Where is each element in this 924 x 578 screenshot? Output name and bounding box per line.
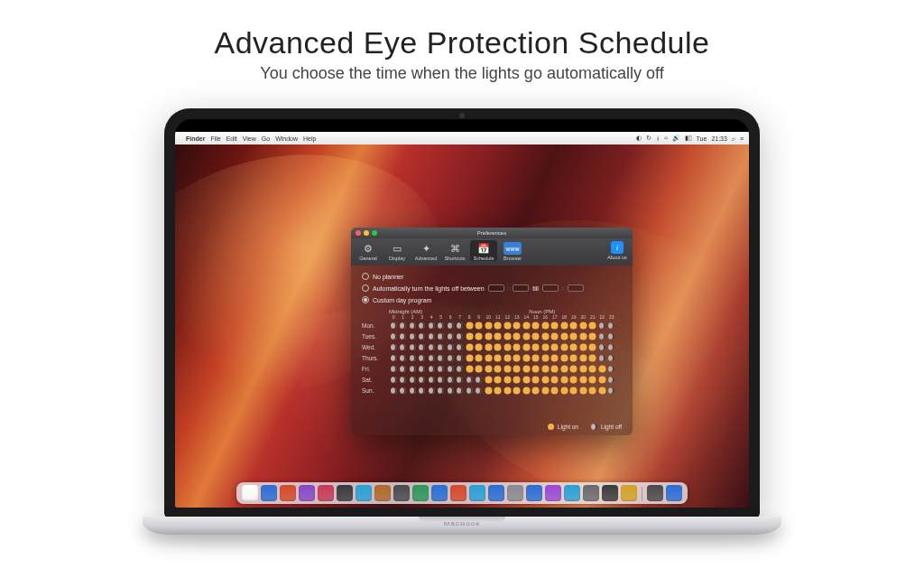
schedule-cell[interactable]: [607, 342, 617, 351]
time-from-field[interactable]: [488, 284, 504, 292]
schedule-cell[interactable]: [550, 364, 560, 373]
schedule-cell[interactable]: [408, 321, 418, 330]
schedule-cell[interactable]: [494, 386, 504, 395]
schedule-cell[interactable]: [559, 386, 569, 395]
schedule-cell[interactable]: [513, 353, 522, 362]
schedule-cell[interactable]: [541, 353, 550, 362]
schedule-cell[interactable]: [531, 364, 541, 373]
status-day[interactable]: Tue: [697, 135, 707, 142]
schedule-cell[interactable]: [494, 375, 504, 384]
schedule-cell[interactable]: [475, 342, 485, 351]
schedule-cell[interactable]: [541, 342, 550, 351]
schedule-cell[interactable]: [559, 375, 569, 384]
menu-edit[interactable]: Edit: [226, 135, 237, 142]
schedule-cell[interactable]: [597, 353, 607, 362]
schedule-cell[interactable]: [559, 331, 569, 340]
schedule-cell[interactable]: [503, 386, 513, 395]
schedule-cell[interactable]: [569, 386, 579, 395]
schedule-cell[interactable]: [456, 331, 466, 340]
schedule-cell[interactable]: [475, 375, 485, 384]
time-from-min-field[interactable]: [513, 284, 529, 292]
schedule-cell[interactable]: [389, 342, 399, 351]
schedule-cell[interactable]: [607, 321, 617, 330]
schedule-cell[interactable]: [513, 342, 522, 351]
dock-app[interactable]: [583, 485, 599, 501]
status-volume-icon[interactable]: 🔊: [672, 135, 680, 142]
schedule-cell[interactable]: [503, 321, 513, 330]
schedule-cell[interactable]: [418, 375, 428, 384]
dock-app[interactable]: [602, 485, 618, 501]
schedule-cell[interactable]: [494, 331, 504, 340]
schedule-cell[interactable]: [607, 375, 617, 384]
status-sync-icon[interactable]: ↻: [646, 135, 651, 142]
schedule-cell[interactable]: [408, 364, 418, 373]
schedule-cell[interactable]: [389, 353, 399, 362]
status-brightness-icon[interactable]: ◐: [636, 135, 642, 142]
schedule-cell[interactable]: [588, 375, 598, 384]
menu-file[interactable]: File: [210, 135, 220, 142]
about-button[interactable]: i About us: [605, 240, 629, 260]
schedule-cell[interactable]: [446, 331, 456, 340]
schedule-cell[interactable]: [569, 342, 579, 351]
notification-center-icon[interactable]: ≡: [740, 135, 744, 142]
option-auto-between[interactable]: Automatically turn the lights off betwee…: [362, 284, 622, 292]
menu-go[interactable]: Go: [262, 135, 270, 142]
status-bluetooth-icon[interactable]: ᚼ: [656, 135, 660, 142]
schedule-cell[interactable]: [418, 331, 428, 340]
dock-app[interactable]: [261, 485, 277, 501]
schedule-cell[interactable]: [578, 321, 588, 330]
schedule-cell[interactable]: [588, 331, 598, 340]
schedule-cell[interactable]: [531, 375, 541, 384]
window-titlebar[interactable]: Preferences: [351, 228, 633, 238]
schedule-cell[interactable]: [446, 364, 456, 373]
schedule-cell[interactable]: [408, 331, 418, 340]
schedule-cell[interactable]: [513, 321, 522, 330]
schedule-cell[interactable]: [465, 353, 475, 362]
schedule-cell[interactable]: [389, 321, 399, 330]
dock-app[interactable]: [450, 485, 467, 501]
schedule-cell[interactable]: [494, 321, 504, 330]
schedule-cell[interactable]: [607, 353, 617, 362]
menu-window[interactable]: Window: [275, 135, 298, 142]
schedule-cell[interactable]: [559, 342, 569, 351]
dock-app[interactable]: [356, 485, 372, 501]
schedule-cell[interactable]: [578, 386, 588, 395]
schedule-cell[interactable]: [465, 331, 475, 340]
schedule-cell[interactable]: [597, 342, 607, 351]
schedule-cell[interactable]: [531, 342, 541, 351]
dock-app[interactable]: [564, 485, 580, 501]
schedule-cell[interactable]: [399, 342, 409, 351]
schedule-cell[interactable]: [465, 364, 475, 373]
schedule-cell[interactable]: [559, 364, 569, 373]
dock-app[interactable]: [337, 485, 353, 501]
schedule-cell[interactable]: [475, 353, 485, 362]
schedule-cell[interactable]: [522, 353, 531, 362]
schedule-cell[interactable]: [531, 386, 541, 395]
time-to-min-field[interactable]: [568, 284, 584, 292]
schedule-cell[interactable]: [541, 386, 550, 395]
tab-browser[interactable]: www Browser: [499, 240, 526, 261]
dock-app[interactable]: [488, 485, 504, 501]
schedule-cell[interactable]: [408, 342, 418, 351]
schedule-cell[interactable]: [550, 375, 560, 384]
schedule-cell[interactable]: [597, 331, 607, 340]
menu-view[interactable]: View: [243, 135, 256, 142]
schedule-cell[interactable]: [418, 342, 428, 351]
schedule-cell[interactable]: [484, 386, 494, 395]
schedule-cell[interactable]: [513, 364, 522, 373]
schedule-cell[interactable]: [522, 375, 531, 384]
dock-app[interactable]: [412, 485, 429, 501]
schedule-cell[interactable]: [437, 375, 447, 384]
schedule-cell[interactable]: [456, 321, 466, 330]
schedule-cell[interactable]: [427, 386, 437, 395]
schedule-cell[interactable]: [427, 375, 437, 384]
schedule-cell[interactable]: [503, 353, 513, 362]
schedule-cell[interactable]: [541, 375, 550, 384]
schedule-cell[interactable]: [437, 321, 447, 330]
schedule-cell[interactable]: [597, 375, 607, 384]
dock-app[interactable]: [507, 485, 523, 501]
schedule-cell[interactable]: [437, 386, 447, 395]
schedule-cell[interactable]: [389, 364, 399, 373]
dock-app[interactable]: [318, 485, 334, 501]
schedule-cell[interactable]: [408, 386, 418, 395]
